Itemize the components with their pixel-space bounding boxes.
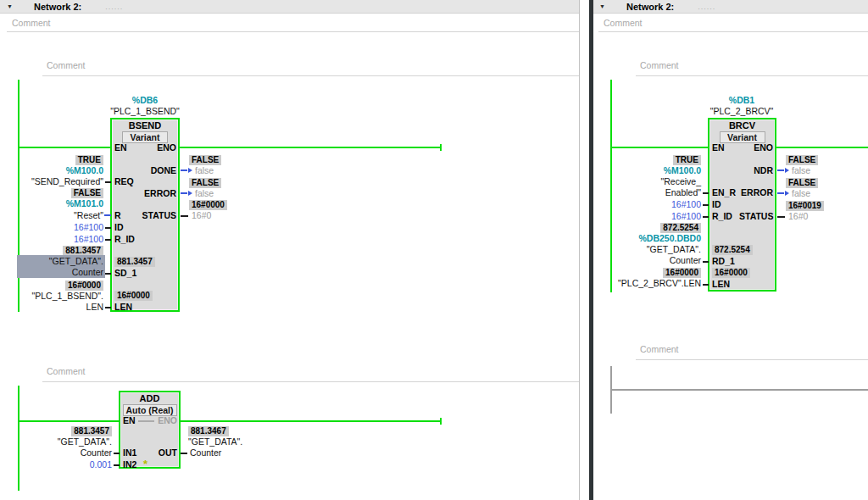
operand-id-constant[interactable]: 16#100: [17, 222, 103, 232]
separator: [598, 31, 868, 32]
operand-len-name-line1[interactable]: "PLC_1_BSEND".: [17, 291, 103, 301]
wire-en-r: [703, 192, 709, 194]
monitor-en-r: TRUE: [615, 154, 701, 165]
wire-sd1: [105, 273, 111, 275]
pin-error: ERROR: [125, 188, 176, 198]
operand-en-r-name-line2[interactable]: Enabled": [615, 187, 701, 197]
pin-id: ID: [712, 199, 721, 209]
pin-out: OUT: [142, 447, 177, 458]
power-rail: [610, 80, 612, 292]
monitor-out: 881.3467: [188, 425, 229, 436]
pin-in2: IN2: [123, 459, 136, 469]
pin-r-id: R_ID: [114, 234, 135, 244]
operand-rd1-name-line1[interactable]: "GET_DATA".: [615, 244, 701, 254]
wire-id: [703, 204, 709, 206]
network2-comment-field[interactable]: Comment: [47, 366, 86, 376]
operand-en-r-address[interactable]: %M100.0: [615, 165, 701, 175]
network2-header-right[interactable]: ▼ Network 2: ......: [593, 0, 868, 14]
separator: [636, 359, 868, 360]
wire-status: [181, 215, 188, 217]
block-name: BSEND: [112, 120, 178, 131]
separator: [42, 75, 580, 76]
split-divider[interactable]: [589, 0, 593, 500]
pin-error: ERROR: [739, 187, 773, 197]
network-title-placeholder[interactable]: ......: [698, 2, 715, 12]
live-ndr: false: [792, 165, 810, 175]
block-type-selector[interactable]: Variant: [720, 131, 765, 143]
network-title-placeholder[interactable]: ......: [105, 2, 123, 12]
wire-id: [105, 227, 111, 229]
pin-status: STATUS: [739, 211, 773, 221]
fbd-editor-split-view: ▼ Block title: "Main Program Sweep (Cycl…: [0, 0, 868, 500]
block-type-selector[interactable]: Variant: [122, 131, 168, 143]
operand-r-name[interactable]: "Reset": [17, 210, 103, 220]
inner-monitor-sd1: 881.3457: [114, 256, 155, 267]
instance-name[interactable]: "PLC_1_BSEND": [94, 106, 196, 116]
wire-len: [105, 307, 111, 308]
monitor-in1: 881.3457: [25, 425, 112, 436]
block-name: ADD: [120, 393, 179, 403]
operand-r-address[interactable]: %M101.0: [17, 198, 103, 208]
operand-req-name[interactable]: "SEND_Required": [17, 176, 103, 186]
operand-rd1-name-line2[interactable]: Counter: [615, 255, 701, 265]
network1-comment-field[interactable]: Comment: [47, 60, 86, 70]
block-comment-field[interactable]: Comment: [12, 18, 51, 28]
db-address[interactable]: %DB1: [699, 95, 784, 105]
wire-error-false: [181, 192, 187, 194]
wire-en: [19, 420, 119, 422]
wire-arrow-icon: [785, 168, 789, 173]
pin-eno: ENO: [140, 415, 177, 425]
wire-out: [181, 453, 187, 454]
pin-done: DONE: [125, 165, 176, 175]
wire-en: [19, 147, 111, 148]
operand-in1-name-line2[interactable]: Counter: [25, 447, 112, 458]
instance-name[interactable]: "PLC_2_BRCV": [691, 106, 793, 116]
wire-arrow-icon: [188, 168, 192, 173]
operand-in1-name-line1[interactable]: "GET_DATA".: [25, 436, 112, 447]
network1-comment-field[interactable]: Comment: [640, 60, 679, 70]
pin-rd1: RD_1: [712, 256, 735, 266]
live-error: false: [195, 188, 214, 198]
block-type-selector[interactable]: Auto (Real): [123, 404, 177, 416]
network2-comment-field[interactable]: Comment: [640, 344, 679, 354]
wire-r-false: [104, 214, 111, 216]
operand-rid-constant[interactable]: 16#100: [17, 234, 103, 244]
operand-en-r-name-line1[interactable]: "Receive_: [615, 176, 701, 186]
wire-done-false: [181, 169, 187, 171]
power-rail: [18, 386, 19, 491]
pin-in1: IN1: [123, 447, 136, 458]
block-comment-field[interactable]: Comment: [604, 18, 643, 28]
wire-rid: [105, 239, 111, 241]
collapse-triangle-icon[interactable]: ▼: [599, 3, 605, 9]
pin-len: LEN: [712, 279, 730, 289]
empty-branch-line[interactable]: [612, 389, 868, 391]
operand-len-name[interactable]: "PLC_2_BRCV".LEN: [615, 278, 701, 288]
monitor-req: TRUE: [17, 154, 103, 165]
operand-rid-constant[interactable]: 16#100: [615, 211, 701, 221]
wire-len: [703, 284, 709, 286]
live-done: false: [195, 165, 214, 175]
wire-in2: [114, 464, 120, 466]
pin-r-id: R_ID: [712, 211, 732, 221]
operand-req-address[interactable]: %M100.0: [17, 165, 103, 175]
operand-out-name-line2[interactable]: Counter: [190, 447, 221, 458]
network2-label: Network 2:: [34, 2, 81, 12]
wire-endcap: [440, 144, 442, 151]
operand-in2-constant[interactable]: 0.001: [25, 459, 112, 469]
operand-rd1-address[interactable]: %DB250.DBD0: [615, 233, 701, 243]
operand-sd1-selected[interactable]: "GET_DATA". Counter: [17, 255, 105, 278]
collapse-triangle-icon[interactable]: ▼: [7, 3, 13, 9]
wire-en: [612, 147, 709, 148]
wire-ndr-false: [777, 169, 784, 171]
pin-eno: ENO: [731, 142, 773, 153]
network2-header-left[interactable]: ▼ Network 2: ......: [0, 0, 580, 14]
operand-id-constant[interactable]: 16#100: [615, 199, 701, 209]
pin-sd1: SD_1: [114, 268, 136, 278]
db-address[interactable]: %DB6: [103, 95, 187, 105]
monitor-len: 16#0000: [17, 280, 103, 291]
live-status: 16#0: [192, 210, 211, 220]
operand-out-name-line1[interactable]: "GET_DATA".: [188, 436, 242, 447]
operand-len-name-line2[interactable]: LEN: [17, 302, 103, 312]
pin-ndr: NDR: [731, 165, 773, 175]
auto-type-star-icon[interactable]: *: [143, 460, 147, 469]
